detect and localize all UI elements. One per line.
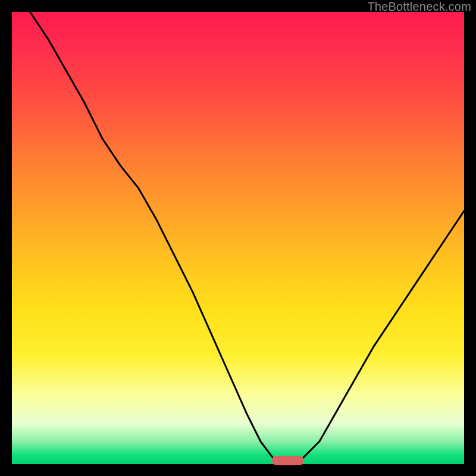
- watermark-text: TheBottleneck.com: [367, 0, 471, 14]
- optimum-marker: [272, 456, 304, 465]
- bottleneck-curve: [12, 12, 464, 464]
- chart-container: TheBottleneck.com: [0, 0, 476, 476]
